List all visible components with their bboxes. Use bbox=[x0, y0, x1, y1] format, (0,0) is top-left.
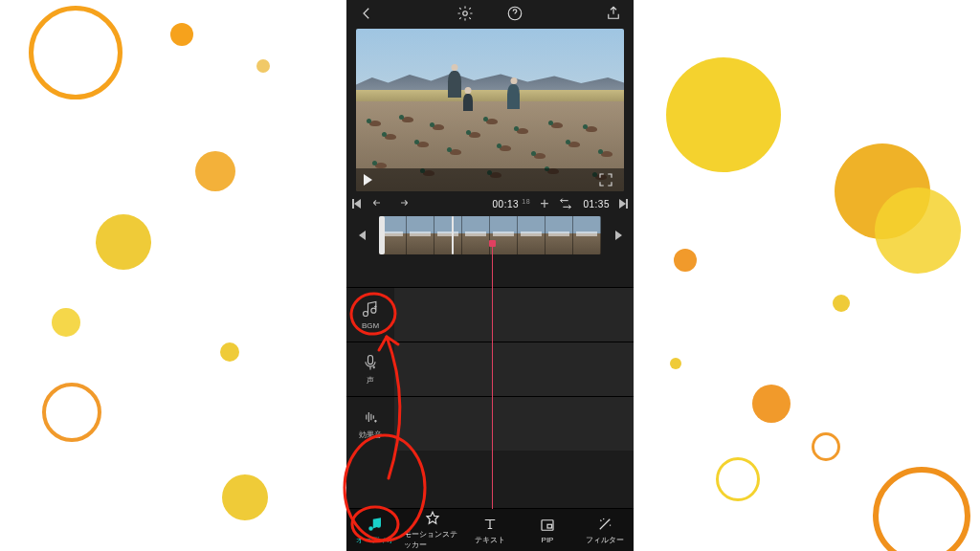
settings-button[interactable] bbox=[455, 3, 476, 24]
current-time: 00:13 18 bbox=[493, 198, 531, 209]
undo-button[interactable] bbox=[370, 196, 386, 211]
redo-button[interactable] bbox=[395, 196, 411, 211]
track-area: BGM 声 効果音 bbox=[346, 287, 634, 509]
star-icon bbox=[424, 510, 441, 527]
bgm-track[interactable] bbox=[394, 288, 634, 342]
prev-clip-button[interactable] bbox=[352, 226, 371, 245]
soundwave-icon bbox=[361, 408, 380, 427]
add-clip-button[interactable]: + bbox=[540, 196, 548, 211]
wand-icon bbox=[596, 516, 613, 533]
share-button[interactable] bbox=[603, 3, 624, 24]
clip-strip[interactable] bbox=[346, 216, 634, 254]
svg-rect-4 bbox=[547, 524, 552, 528]
voice-label: 声 bbox=[367, 375, 374, 386]
jump-start-button[interactable] bbox=[352, 199, 361, 209]
text-icon bbox=[481, 516, 499, 533]
back-button[interactable] bbox=[356, 3, 377, 24]
tab-audio[interactable]: オーディオ bbox=[346, 509, 404, 551]
voice-tool[interactable]: 声 bbox=[346, 353, 394, 386]
voice-track[interactable] bbox=[394, 342, 634, 396]
video-preview[interactable] bbox=[356, 29, 624, 191]
svg-rect-2 bbox=[368, 356, 373, 364]
bgm-label: BGM bbox=[362, 321, 379, 330]
fullscreen-button[interactable] bbox=[595, 169, 616, 190]
swap-button[interactable] bbox=[558, 193, 573, 214]
sfx-label: 効果音 bbox=[359, 430, 382, 440]
svg-point-0 bbox=[463, 11, 468, 16]
tab-text[interactable]: テキスト bbox=[461, 509, 519, 551]
top-bar bbox=[346, 0, 634, 27]
next-clip-button[interactable] bbox=[609, 226, 628, 245]
pip-icon bbox=[539, 517, 556, 534]
sfx-tool[interactable]: 効果音 bbox=[346, 408, 394, 440]
tab-pip[interactable]: PIP bbox=[519, 509, 576, 551]
microphone-icon bbox=[361, 353, 380, 372]
sfx-track[interactable] bbox=[394, 397, 634, 451]
music-note-icon bbox=[361, 299, 380, 319]
tab-filter[interactable]: フィルター bbox=[576, 509, 634, 551]
playhead[interactable] bbox=[492, 243, 493, 509]
help-button[interactable] bbox=[504, 3, 525, 24]
timeline-header: 00:13 18 + 01:35 bbox=[346, 191, 634, 216]
jump-end-button[interactable] bbox=[619, 199, 628, 209]
bgm-tool[interactable]: BGM bbox=[346, 299, 394, 330]
video-editor-app: 00:13 18 + 01:35 BGM 声 bbox=[346, 0, 634, 551]
play-button[interactable] bbox=[364, 174, 372, 186]
tab-motion-sticker[interactable]: モーションステッカー bbox=[404, 509, 461, 551]
total-time: 01:35 bbox=[583, 199, 610, 209]
music-icon bbox=[367, 516, 384, 533]
bottom-tabs: オーディオ モーションステッカー テキスト PIP フィルター bbox=[346, 508, 634, 551]
